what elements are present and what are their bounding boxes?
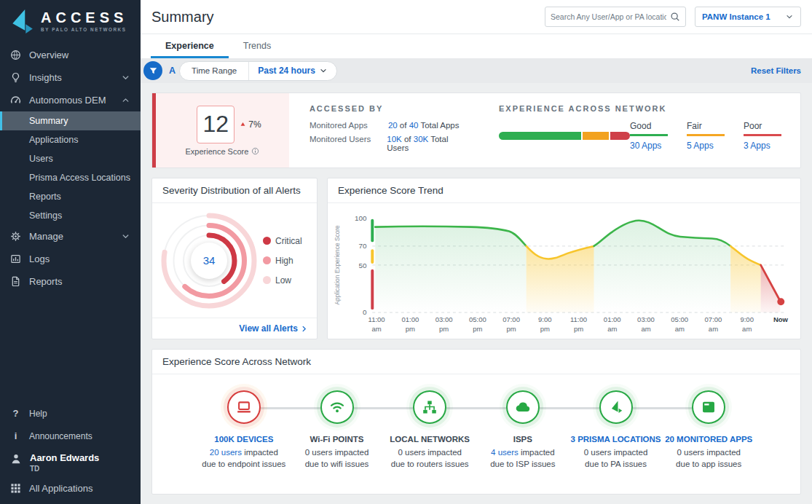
document-icon [10,276,21,287]
green-zone-bar [371,219,374,243]
sidebar-item-label: Autonomous DEM [29,95,106,106]
search-icon[interactable] [670,12,680,22]
good-apps-link[interactable]: 30 Apps [630,141,668,151]
sidebar-item-label: Announcements [29,431,92,441]
monitored-users-count[interactable]: 10K [387,135,401,143]
user-menu[interactable]: Aaron Edwards TD [0,447,141,474]
grid-icon [10,483,21,494]
sidebar-item-announcements[interactable]: i Announcements [0,425,141,447]
filter-bar: A Time Range Past 24 hours Reset Filters [141,58,812,83]
reset-filters-link[interactable]: Reset Filters [751,66,801,75]
search-box [545,7,686,27]
sidebar-item-settings[interactable]: Settings [0,206,141,225]
instance-dropdown[interactable]: PANW Instance 1 [695,7,801,27]
local-networks-label: LOCAL NETWORKS [390,435,470,444]
accessed-by-section: ACCESSED BY Monitored Apps 20 of 40 Tota… [289,93,478,168]
svg-text:50: 50 [358,261,366,269]
prisma-status-circle[interactable] [599,390,633,424]
sidebar-item-summary[interactable]: Summary [0,111,141,130]
journey-item-devices: 100K DEVICES 20 users impacted due to en… [197,390,291,468]
journey-item-prisma-locations: 3 PRISMA LOCATIONS 0 users impacted due … [569,390,663,468]
experience-score-label: Experience Score [186,147,260,156]
info-circle-icon[interactable] [251,147,259,155]
filter-chip[interactable]: A [169,66,176,76]
sidebar-item-insights[interactable]: Insights [0,66,141,89]
poor-segment [610,132,630,140]
fair-apps-link[interactable]: 5 Apps [687,141,725,151]
experience-score-panel: 12 7% Experience Score [152,93,289,168]
tab-experience[interactable]: Experience [151,34,229,58]
devices-status-circle[interactable] [227,390,261,424]
sidebar-item-reports-sub[interactable]: Reports [0,187,141,206]
monitored-apps-status-circle[interactable] [692,390,725,424]
gauge-icon [10,95,21,106]
user-name: Aaron Edwards [30,452,99,463]
experience-across-network-card: Experience Score Across Network 100K DEV… [151,349,801,495]
laptop-icon [236,399,252,415]
user-icon [10,453,22,465]
sidebar-item-help[interactable]: ? Help [0,402,141,425]
logo-title: ACCESS [41,10,127,25]
poor-apps-link[interactable]: 3 Apps [744,141,781,151]
search-input[interactable] [551,12,666,21]
sidebar-item-prisma-access-locations[interactable]: Prisma Access Locations [0,168,141,187]
local-networks-status-circle[interactable] [413,390,446,424]
critical-dot-icon [263,237,271,245]
question-mark-icon: ? [10,408,21,419]
sidebar-item-users[interactable]: Users [0,149,141,168]
isps-status-circle[interactable] [506,390,540,424]
tab-trends[interactable]: Trends [229,34,285,58]
app-logo[interactable]: ACCESS BY PALO ALTO NETWORKS [0,0,141,44]
x-axis-labels: 11:00am 01:00pm 03:00pm 05:00pm 07:00pm … [331,315,797,334]
time-range-value[interactable]: Past 24 hours [249,66,336,76]
chevron-up-icon [121,95,130,105]
prisma-locations-link[interactable]: 3 PRISMA LOCATIONS [571,435,661,444]
sidebar-item-all-applications[interactable]: All Applications [0,474,141,500]
current-score-marker[interactable] [777,298,784,305]
accessed-by-title: ACCESSED BY [310,104,471,113]
gear-icon [10,231,21,242]
good-segment [499,132,583,140]
triangle-up-icon [240,121,246,127]
page-title: Summary [151,9,214,25]
legend-high: High [263,256,302,266]
legend-low: Low [263,275,302,286]
globe-icon [10,50,21,60]
filter-button[interactable] [143,61,162,80]
content: 12 7% Experience Score ACCESSED BY Monit… [141,83,812,504]
total-alerts-value: 34 [203,254,216,267]
view-all-alerts-link[interactable]: View all Alerts [152,318,317,339]
yellow-zone-bar [371,249,374,264]
svg-text:70: 70 [358,242,366,250]
top-bar: Summary PANW Instance 1 [141,0,812,34]
sidebar-item-reports[interactable]: Reports [0,270,141,293]
experience-distribution-bar [499,132,630,140]
y-axis-label: Application Experience Score [334,225,341,305]
wifi-status-circle[interactable] [320,390,354,424]
experience-legend: Good 30 Apps Fair 5 Apps Poor 3 Apps [630,121,781,151]
monitored-apps-count[interactable]: 20 [388,121,398,130]
main-area: Summary PANW Instance 1 Experience Trend… [141,0,812,504]
total-apps-count[interactable]: 40 [409,121,419,130]
time-range-filter[interactable]: Time Range Past 24 hours [179,61,337,81]
sidebar-item-label: Overview [29,50,68,60]
isp-users-impacted-link[interactable]: 4 users [491,448,519,457]
sidebar-item-manage[interactable]: Manage [0,225,141,248]
total-users-count[interactable]: 30K [414,135,428,143]
legend-good: Good 30 Apps [630,121,668,151]
devices-users-impacted-link[interactable]: 20 users [210,448,242,457]
monitored-apps-link[interactable]: 20 MONITORED APPS [665,435,752,444]
sidebar-item-autonomous-dem[interactable]: Autonomous DEM [0,89,141,111]
sidebar: ACCESS BY PALO ALTO NETWORKS Overview In… [0,0,141,504]
sidebar-item-overview[interactable]: Overview [0,44,141,66]
monitored-apps-row: Monitored Apps 20 of 40 Total Apps [310,121,471,130]
severity-ring-chart: 34 [155,207,263,315]
logo-subtitle: BY PALO ALTO NETWORKS [41,27,127,32]
score-summary-card: 12 7% Experience Score ACCESSED BY Monit… [151,92,801,168]
journey-item-monitored-apps: 20 MONITORED APPS 0 users impacted due t… [662,390,755,468]
sidebar-item-label: Insights [29,72,62,83]
sidebar-item-applications[interactable]: Applications [0,130,141,149]
devices-link[interactable]: 100K DEVICES [214,435,273,444]
experience-across-network-title: EXPERIENCE ACROSS NETWORK [499,104,781,113]
sidebar-item-logs[interactable]: Logs [0,248,141,270]
